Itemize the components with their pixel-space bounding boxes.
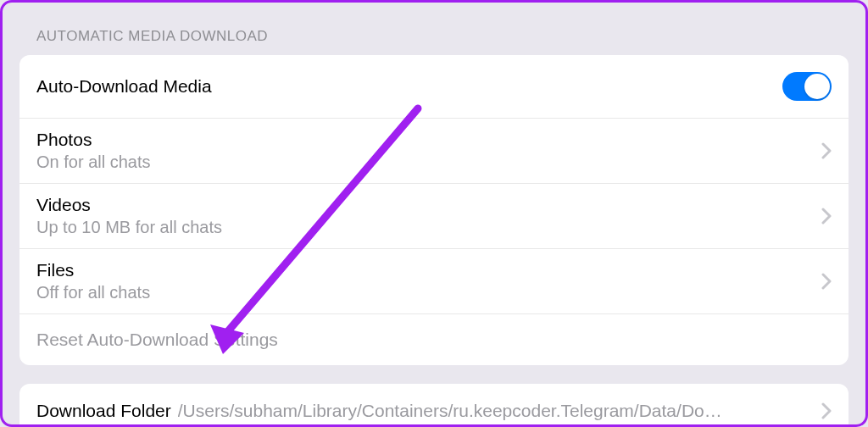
download-folder-row[interactable]: Download Folder /Users/subham/Library/Co…	[19, 384, 849, 427]
download-folder-card: Download Folder /Users/subham/Library/Co…	[19, 384, 849, 427]
chevron-right-icon	[821, 273, 832, 290]
download-folder-path: /Users/subham/Library/Containers/ru.keep…	[178, 401, 815, 421]
files-status: Off for all chats	[36, 283, 150, 302]
auto-download-label: Auto-Download Media	[36, 76, 212, 97]
videos-row[interactable]: Videos Up to 10 MB for all chats	[19, 184, 849, 249]
toggle-knob	[804, 74, 830, 99]
chevron-right-icon	[821, 142, 832, 159]
reset-row[interactable]: Reset Auto-Download Settings	[19, 314, 849, 365]
settings-card: Auto-Download Media Photos On for all ch…	[19, 55, 849, 365]
download-folder-label: Download Folder	[36, 401, 171, 421]
chevron-right-icon	[821, 208, 832, 225]
photos-row[interactable]: Photos On for all chats	[19, 119, 849, 184]
section-header: AUTOMATIC MEDIA DOWNLOAD	[19, 3, 849, 55]
reset-label: Reset Auto-Download Settings	[36, 330, 278, 349]
videos-label: Videos	[36, 195, 222, 215]
videos-status: Up to 10 MB for all chats	[36, 218, 222, 237]
files-label: Files	[36, 260, 150, 280]
chevron-right-icon	[821, 402, 832, 419]
photos-label: Photos	[36, 130, 151, 150]
auto-download-toggle-row[interactable]: Auto-Download Media	[19, 55, 849, 119]
photos-status: On for all chats	[36, 152, 151, 172]
files-row[interactable]: Files Off for all chats	[19, 249, 849, 314]
toggle-switch[interactable]	[782, 72, 832, 101]
